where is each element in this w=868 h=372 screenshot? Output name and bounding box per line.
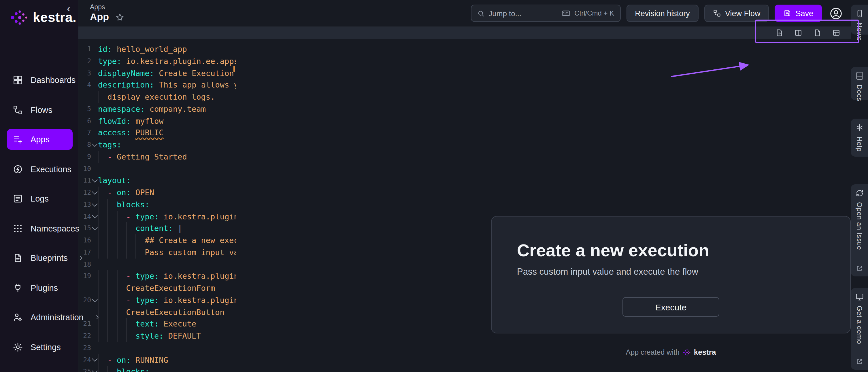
code-row: 3displayName: Create Execution for myflo… <box>79 67 236 79</box>
sidebar-item-namespaces[interactable]: Namespaces <box>7 218 73 239</box>
code-text: blocks: <box>98 366 236 372</box>
code-row: 21text: Execute <box>79 318 236 330</box>
code-text <box>98 342 236 354</box>
fold-chevron-icon[interactable] <box>91 187 98 199</box>
sidebar-item-executions[interactable]: Executions <box>7 159 73 179</box>
footer-brand: kestra <box>694 348 716 357</box>
fold-gutter <box>91 258 98 270</box>
code-row: 17Pass custom input value and execute th… <box>79 246 236 259</box>
namespaces-icon <box>13 223 23 234</box>
favorite-star-icon[interactable] <box>115 13 124 22</box>
preview-footer: App created with kestra <box>491 348 851 357</box>
line-number: 18 <box>79 258 91 270</box>
code-text: namespace: company.team <box>98 103 236 115</box>
editor-toolstrip <box>79 27 851 39</box>
fold-gutter <box>91 270 98 282</box>
app-preview-pane: Create a new execution Pass custom input… <box>236 39 851 372</box>
line-number: 24 <box>79 354 91 366</box>
code-text: description: This app allows you to exec… <box>98 79 236 91</box>
code-text: - Getting Started <box>98 151 236 163</box>
rail-tab-help[interactable]: Help <box>851 119 868 157</box>
line-number <box>79 306 91 318</box>
yaml-editor[interactable]: 1id: hello_world_app2type: io.kestra.plu… <box>79 39 236 372</box>
rail-tab-news[interactable]: News <box>851 5 868 35</box>
kestra-mini-mark-icon <box>683 349 690 356</box>
sidebar-item-flows[interactable]: Flows <box>7 99 73 120</box>
code-row: 2type: io.kestra.plugin.ee.apps.Executio… <box>79 55 236 67</box>
search-icon <box>477 9 485 17</box>
fold-chevron-icon[interactable] <box>91 354 98 366</box>
fold-chevron-icon[interactable] <box>91 223 98 235</box>
sidebar-item-label: Settings <box>31 342 61 351</box>
fold-gutter <box>91 282 98 294</box>
view-flow-button[interactable]: View Flow <box>704 5 769 22</box>
save-button[interactable]: Save <box>775 5 822 22</box>
sidebar-item-apps[interactable]: Apps <box>7 129 73 150</box>
sidebar-item-label: Executions <box>31 164 71 174</box>
file-text-icon[interactable] <box>813 29 821 37</box>
sidebar-item-administration[interactable]: Administration <box>7 307 73 328</box>
code-text: id: hello_world_app <box>98 43 236 55</box>
line-number: 12 <box>79 187 91 199</box>
fold-gutter <box>91 127 98 139</box>
revision-history-button[interactable]: Revision history <box>626 5 699 22</box>
right-rail: NewsDocsHelpOpen an IssueGet a demo <box>851 0 868 372</box>
rail-tab-get-a-demo[interactable]: Get a demo <box>851 288 868 370</box>
fold-gutter <box>91 55 98 67</box>
sidebar-item-label: Plugins <box>31 283 58 292</box>
line-number: 16 <box>79 234 91 246</box>
jump-to-search[interactable]: Jump to... Ctrl/Cmd + K <box>471 5 620 22</box>
code-row: 18 <box>79 258 236 270</box>
line-number: 14 <box>79 210 91 223</box>
code-row: 20- type: io.kestra.plugin.ee.apps.execu… <box>79 294 236 306</box>
fold-gutter <box>91 163 98 175</box>
line-number: 20 <box>79 294 91 306</box>
rail-tab-docs[interactable]: Docs <box>851 67 868 100</box>
fold-chevron-icon[interactable] <box>91 139 98 151</box>
sidebar-item-plugins[interactable]: Plugins <box>7 277 73 298</box>
sidebar-item-logs[interactable]: Logs <box>7 188 73 209</box>
rail-tab-label: Open an Issue <box>855 202 863 250</box>
page-title: App <box>90 11 109 23</box>
layout-grid-icon[interactable] <box>832 29 840 37</box>
code-text: Pass custom input value and execute the … <box>98 246 236 259</box>
fold-chevron-icon[interactable] <box>91 210 98 223</box>
code-text: CreateExecutionButton <box>98 306 236 318</box>
code-text: CreateExecutionForm <box>98 282 236 294</box>
line-number: 13 <box>79 199 91 211</box>
execute-button[interactable]: Execute <box>622 297 719 317</box>
fold-gutter <box>91 115 98 127</box>
sidebar-collapse-button[interactable]: ‹ <box>62 2 75 15</box>
code-row: 24- on: RUNNING <box>79 354 236 366</box>
logs-icon <box>13 194 23 204</box>
fold-gutter <box>91 151 98 163</box>
code-row: 1id: hello_world_app <box>79 43 236 55</box>
line-number: 10 <box>79 163 91 175</box>
code-text <box>98 258 236 270</box>
line-number <box>79 91 91 103</box>
fold-gutter <box>91 342 98 354</box>
line-number: 19 <box>79 270 91 282</box>
sidebar-item-blueprints[interactable]: Blueprints <box>7 248 73 268</box>
fold-chevron-icon[interactable] <box>91 366 98 372</box>
fold-chevron-icon[interactable] <box>91 199 98 211</box>
line-number: 6 <box>79 115 91 127</box>
fold-chevron-icon[interactable] <box>91 175 98 187</box>
sidebar-item-settings[interactable]: Settings <box>7 337 73 357</box>
card-title: Create a new execution <box>517 241 825 260</box>
user-avatar-icon[interactable] <box>829 7 843 20</box>
code-text: - type: io.kestra.plugin.ee.apps.core.bl… <box>98 210 236 223</box>
layout-split-icon[interactable] <box>794 29 802 37</box>
fold-gutter <box>91 318 98 330</box>
code-text: ## Create a new execution <box>98 234 236 246</box>
sidebar-item-dashboards[interactable]: Dashboards <box>7 70 73 91</box>
settings-icon <box>13 342 23 352</box>
line-number: 9 <box>79 151 91 163</box>
rail-tab-open-an-issue[interactable]: Open an Issue <box>851 184 868 276</box>
sidebar-item-label: Blueprints <box>31 253 68 263</box>
fold-chevron-icon[interactable] <box>91 294 98 306</box>
breadcrumb[interactable]: Apps <box>90 3 124 10</box>
executions-icon <box>13 164 23 174</box>
overview-ruler-mark <box>234 66 235 72</box>
file-play-icon[interactable] <box>775 29 783 37</box>
